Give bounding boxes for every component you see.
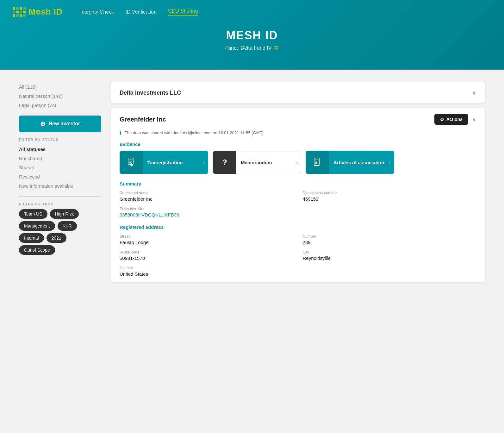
tag-internal[interactable]: Internal [19, 233, 44, 243]
new-investor-label: New investor [49, 121, 80, 127]
evidence-tax-registration[interactable]: Tax registration › [120, 151, 208, 174]
tag-team-us[interactable]: Team US [19, 209, 47, 219]
address-country: Country United States [120, 266, 293, 277]
info-text: The data was shared with dominic.l@clien… [125, 130, 264, 135]
city-label: City [303, 250, 476, 254]
status-reviewed[interactable]: Reviewed [19, 172, 101, 181]
tag-2021[interactable]: 2021 [47, 233, 66, 243]
nav-cdd-sharing[interactable]: CDD Sharing [168, 8, 198, 16]
articles-icon [306, 151, 329, 174]
registered-name-value: Greenfelder Inc [120, 196, 293, 202]
address-city: City Reynoldsville [303, 250, 476, 261]
actions-button[interactable]: ⊙ Actions [434, 114, 468, 125]
summary-section: Summary Registered name Greenfelder Inc … [111, 180, 485, 223]
postal-code-label: Postal code [120, 250, 293, 254]
header-main-title: MESH ID [226, 29, 278, 42]
number-label: Number [303, 234, 476, 239]
document-icon [126, 157, 136, 167]
evidence-articles[interactable]: Articles of association › [306, 151, 394, 174]
logo-dot [13, 14, 15, 17]
status-not-shared[interactable]: Not shared [19, 154, 101, 163]
logo-dot [20, 14, 22, 17]
evidence-label: Evidence [120, 141, 476, 147]
fund-label: Fund: [225, 45, 238, 51]
grid-icon[interactable]: ⊞ [274, 45, 279, 52]
number-value: 289 [303, 240, 476, 245]
evidence-grid: Tax registration › ? Memorandum › [120, 151, 476, 174]
chevron-down-icon: ∨ [472, 89, 476, 96]
filter-legal-person[interactable]: Legal person (74) [19, 101, 101, 110]
entity-identifier-value[interactable]: 3358003HVDCQNLUXFB96 [120, 212, 476, 217]
tax-registration-arrow: › [203, 160, 208, 165]
filter-all[interactable]: All (216) [19, 82, 101, 91]
header: Mesh ID Integrity Check ID Verification … [0, 0, 504, 70]
expanded-card: Greenfelder Inc ⊙ Actions ∨ ℹ The data w… [111, 108, 485, 282]
logo-text: Mesh [29, 7, 54, 16]
logo-dot [20, 7, 22, 10]
articles-document-icon [312, 157, 322, 167]
memorandum-icon-box: ? [213, 151, 236, 174]
logo-dot [16, 14, 19, 17]
status-filter-list: All statuses Not shared Shared Reviewed … [19, 145, 101, 191]
articles-label: Articles of association [329, 160, 389, 165]
country-value: United States [120, 271, 293, 277]
logo-dots [13, 7, 26, 17]
memorandum-arrow: › [296, 160, 301, 165]
logo-dot [13, 7, 15, 10]
address-grid: Street Fausto Lodge Number 289 Postal co… [120, 234, 476, 277]
summary-grid: Registered name Greenfelder Inc Registra… [120, 191, 476, 217]
header-fund: Fund: Delta Fund IV ⊞ [225, 45, 279, 52]
main-layout: All (216) Natural person (142) Legal per… [0, 70, 504, 295]
street-label: Street [120, 234, 293, 239]
fund-name: Delta Fund IV [241, 45, 272, 51]
memorandum-label: Memorandum [236, 160, 296, 165]
status-new-info[interactable]: New information available [19, 181, 101, 191]
status-shared[interactable]: Shared [19, 163, 101, 172]
evidence-memorandum[interactable]: ? Memorandum › [213, 151, 301, 174]
registration-number-value: 459153 [303, 196, 476, 202]
address-postal-code: Postal code 50981-1578 [120, 250, 293, 261]
collapsed-card-title: Delta Investments LLC [120, 90, 181, 96]
collapsed-card: Delta Investments LLC ∨ [111, 82, 485, 103]
logo-dot [13, 11, 15, 13]
svg-rect-7 [314, 158, 319, 166]
company-title: Greenfelder Inc [120, 116, 166, 123]
expanded-card-subheader: Greenfelder Inc ⊙ Actions ∨ [111, 108, 485, 128]
registration-number-label: Registration number [303, 191, 476, 195]
summary-registered-name: Registered name Greenfelder Inc [120, 191, 293, 202]
nav-integrity-check[interactable]: Integrity Check [80, 9, 114, 15]
postal-code-value: 50981-1578 [120, 255, 293, 261]
logo-title: Mesh ID [29, 7, 63, 17]
info-icon: ℹ [120, 130, 121, 136]
tag-out-of-scope[interactable]: Out of Scope [19, 245, 55, 255]
content-area: Delta Investments LLC ∨ Greenfelder Inc … [111, 82, 485, 282]
nav-id-verification[interactable]: ID Verification [125, 9, 157, 15]
logo-dot [23, 11, 26, 13]
logo[interactable]: Mesh ID [13, 7, 63, 17]
filter-type-list: All (216) Natural person (142) Legal per… [19, 82, 101, 110]
expanded-chevron-icon[interactable]: ∨ [472, 116, 476, 123]
new-investor-button[interactable]: ⊕ New investor [19, 116, 101, 132]
actions-label: Actions [446, 117, 463, 122]
tax-registration-icon [120, 151, 143, 174]
articles-arrow: › [389, 160, 394, 165]
registered-address-section: Registered address Street Fausto Lodge N… [111, 223, 485, 282]
filter-tags-label: FILTER BY TAGS [19, 202, 101, 206]
question-mark-icon: ? [222, 158, 227, 167]
status-all[interactable]: All statuses [19, 145, 101, 154]
street-value: Fausto Lodge [120, 240, 293, 245]
summary-label: Summary [120, 181, 476, 186]
summary-registration-number: Registration number 459153 [303, 191, 476, 202]
country-label: Country [120, 266, 293, 270]
registered-name-label: Registered name [120, 191, 293, 195]
tag-high-risk[interactable]: High Risk [50, 209, 79, 219]
filter-natural-person[interactable]: Natural person (142) [19, 91, 101, 101]
entity-identifier-label: Entity identifier [120, 207, 476, 211]
logo-dot [23, 7, 26, 10]
actions-gear-icon: ⊙ [440, 117, 444, 122]
tag-management[interactable]: Management [19, 221, 55, 231]
logo-dot [20, 11, 22, 13]
collapsed-card-header[interactable]: Delta Investments LLC ∨ [111, 82, 485, 103]
tag-kkr[interactable]: KKR [58, 221, 77, 231]
info-bar: ℹ The data was shared with dominic.l@cli… [111, 128, 485, 140]
